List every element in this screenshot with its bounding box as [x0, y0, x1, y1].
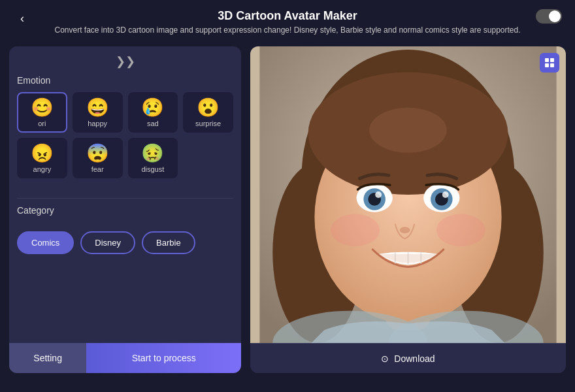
- emotion-disgust[interactable]: 🤢 disgust: [128, 138, 178, 178]
- emotion-surprise[interactable]: 😮 surprise: [183, 92, 233, 133]
- svg-rect-1: [550, 58, 554, 62]
- emotion-happy-emoji: 😄: [86, 99, 109, 117]
- category-section-label: Category: [17, 205, 233, 216]
- left-panel: ❯❯ Emotion 😊 ori 😄 happy 😢 sad 😮 surpris: [9, 46, 241, 373]
- emotion-angry-label: angry: [33, 165, 52, 173]
- emotion-disgust-emoji: 🤢: [141, 144, 164, 163]
- emotion-fear-emoji: 😨: [86, 144, 109, 163]
- right-panel: ⊙ Download: [250, 46, 566, 373]
- toggle-knob: [549, 10, 561, 22]
- emotion-happy[interactable]: 😄 happy: [73, 92, 123, 133]
- divider: [17, 198, 233, 199]
- svg-rect-2: [545, 63, 549, 67]
- svg-point-21: [400, 227, 410, 233]
- svg-point-22: [331, 214, 380, 246]
- emotion-ori-label: ori: [38, 120, 46, 127]
- avatar-image-container: [250, 46, 566, 343]
- svg-point-20: [442, 191, 449, 198]
- download-label: Download: [394, 353, 435, 364]
- setting-button[interactable]: Setting: [9, 343, 86, 373]
- avatar-image: [250, 46, 566, 343]
- svg-point-12: [369, 108, 446, 153]
- process-button[interactable]: Start to process: [86, 343, 241, 373]
- emotion-angry[interactable]: 😠 angry: [17, 138, 67, 178]
- svg-rect-3: [550, 63, 554, 67]
- emotion-sad[interactable]: 😢 sad: [128, 92, 178, 133]
- main-layout: ❯❯ Emotion 😊 ori 😄 happy 😢 sad 😮 surpris: [0, 40, 575, 380]
- grid-icon: [544, 57, 555, 68]
- image-options-button[interactable]: [540, 53, 559, 73]
- emotion-fear[interactable]: 😨 fear: [73, 138, 123, 178]
- svg-rect-0: [545, 58, 549, 62]
- emotion-disgust-label: disgust: [141, 165, 164, 173]
- svg-point-19: [375, 191, 382, 198]
- emotion-ori-emoji: 😊: [31, 99, 54, 117]
- svg-point-23: [436, 214, 485, 246]
- category-buttons: Comics Disney Barbie: [17, 231, 233, 254]
- download-icon: ⊙: [381, 353, 389, 364]
- emotion-angry-emoji: 😠: [31, 144, 54, 163]
- emotion-grid: 😊 ori 😄 happy 😢 sad 😮 surprise 😠 angry: [17, 92, 233, 178]
- app-header: ‹ 3D Cartoon Avatar Maker Convert face i…: [0, 0, 575, 40]
- emotion-ori[interactable]: 😊 ori: [17, 92, 67, 133]
- emotion-sad-emoji: 😢: [141, 99, 164, 117]
- emotion-happy-label: happy: [88, 120, 107, 127]
- emotion-fear-label: fear: [91, 165, 104, 173]
- app-subtitle: Convert face into 3D cartoon image and s…: [13, 25, 562, 35]
- emotion-surprise-emoji: 😮: [197, 99, 220, 117]
- app-title: 3D Cartoon Avatar Maker: [13, 9, 562, 23]
- download-bar[interactable]: ⊙ Download: [250, 343, 566, 373]
- back-button[interactable]: ‹: [13, 9, 31, 27]
- emotion-section-label: Emotion: [17, 75, 233, 86]
- theme-toggle[interactable]: [536, 9, 562, 24]
- category-comics[interactable]: Comics: [17, 231, 74, 254]
- left-bottom-bar: Setting Start to process: [9, 343, 241, 373]
- emotion-surprise-label: surprise: [195, 120, 221, 127]
- emotion-sad-label: sad: [147, 120, 159, 127]
- category-barbie[interactable]: Barbie: [142, 231, 195, 254]
- collapse-icon[interactable]: ❯❯: [17, 54, 233, 69]
- category-disney[interactable]: Disney: [80, 231, 135, 254]
